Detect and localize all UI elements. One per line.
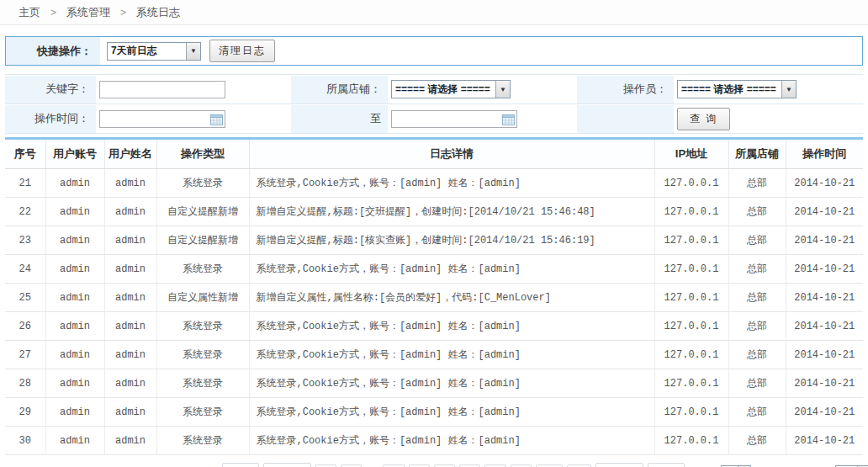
table-cell: 总部 <box>728 369 786 398</box>
pagination-page[interactable]: 1 <box>315 464 336 467</box>
pagination-page[interactable]: 2 <box>341 464 362 467</box>
table-cell: 2014-10-21 <box>786 169 863 198</box>
table-row: 25adminadmin自定义属性新增新增自定义属性,属性名称:[会员的爱好]，… <box>5 284 863 312</box>
breadcrumb-home[interactable]: 主页 <box>19 5 40 20</box>
shop-select[interactable]: ===== 请选择 ===== ▼ <box>391 80 511 98</box>
pagination-first[interactable]: 首页 <box>222 463 259 467</box>
breadcrumb-separator: > <box>120 7 126 19</box>
table-cell: 2014-10-21 <box>786 427 863 455</box>
table-cell: admin <box>104 198 156 226</box>
filter-spacer-cell <box>577 105 674 133</box>
search-button[interactable]: 查 询 <box>677 108 730 130</box>
table-row: 24adminadmin系统登录系统登录,Cookie方式，账号：[admin]… <box>5 255 863 284</box>
table-cell: admin <box>45 284 104 312</box>
table-cell: 系统登录,Cookie方式，账号：[admin] 姓名：[admin] <box>249 341 654 369</box>
table-cell: admin <box>45 369 104 398</box>
table-cell: 127.0.0.1 <box>654 398 728 427</box>
table-row: 22adminadmin自定义提醒新增新增自定义提醒,标题:[交班提醒]，创建时… <box>5 198 863 226</box>
log-age-select[interactable]: 7天前日志 ▼ <box>107 42 201 61</box>
table-cell: 127.0.0.1 <box>654 312 728 341</box>
table-cell: 总部 <box>728 198 786 226</box>
calendar-icon[interactable] <box>502 114 515 125</box>
column-header-op-type: 操作类型 <box>156 139 249 169</box>
table-cell: 127.0.0.1 <box>654 198 728 226</box>
operator-select[interactable]: ===== 请选择 ===== ▼ <box>677 80 797 98</box>
pagination-page[interactable]: 9 <box>511 464 532 467</box>
table-cell: admin <box>104 255 156 284</box>
filter-row-2: 操作时间： 至 <box>5 104 863 134</box>
shop-label: 所属店铺： <box>291 76 388 103</box>
pagination-page[interactable]: 10 <box>536 464 563 467</box>
table-cell: 系统登录 <box>156 169 249 198</box>
calendar-icon[interactable] <box>210 114 223 125</box>
breadcrumb-system-management[interactable]: 系统管理 <box>66 5 110 20</box>
column-header-detail: 日志详情 <box>249 139 654 169</box>
table-cell: 30 <box>5 427 45 455</box>
log-table-body: 21adminadmin系统登录系统登录,Cookie方式，账号：[admin]… <box>5 169 863 455</box>
pagination-page[interactable]: 5 <box>409 464 430 467</box>
operator-label: 操作员： <box>577 76 674 103</box>
table-cell: 2014-10-21 <box>786 226 863 255</box>
table-cell: 127.0.0.1 <box>654 169 728 198</box>
table-cell: 24 <box>5 255 45 284</box>
keyword-input[interactable] <box>99 81 225 98</box>
pagination-page[interactable]: 7 <box>459 464 480 467</box>
log-table: 序号 用户账号 用户姓名 操作类型 日志详情 IP地址 所属店铺 操作时间 21… <box>5 137 863 455</box>
chevron-down-icon: ▼ <box>495 81 510 98</box>
filter-panel: 关键字： 所属店铺： ===== 请选择 ===== ▼ 操作员： ===== … <box>5 74 863 134</box>
clean-logs-button[interactable]: 清理日志 <box>209 40 275 62</box>
table-cell: admin <box>45 226 104 255</box>
table-cell: 总部 <box>728 169 786 198</box>
breadcrumb-current-page: 系统日志 <box>136 5 180 20</box>
table-cell: 总部 <box>728 312 786 341</box>
pagination-page[interactable]: 8 <box>484 464 505 467</box>
column-header-shop: 所属店铺 <box>728 139 786 169</box>
pagination-page[interactable]: 4 <box>383 464 404 467</box>
column-header-time: 操作时间 <box>786 139 863 169</box>
operator-select-value: ===== 请选择 ===== <box>678 82 781 97</box>
table-cell: admin <box>45 198 104 226</box>
table-cell: 2014-10-21 <box>786 284 863 312</box>
table-cell: admin <box>45 398 104 427</box>
breadcrumb-separator: > <box>50 7 56 19</box>
table-cell: 新增自定义属性,属性名称:[会员的爱好]，代码:[C_MenLover] <box>249 284 654 312</box>
pagination-ellipsis[interactable]: ... <box>567 464 591 467</box>
table-cell: admin <box>104 169 156 198</box>
table-cell: 2014-10-21 <box>786 312 863 341</box>
table-cell: 系统登录 <box>156 312 249 341</box>
time-from-input[interactable] <box>99 110 225 128</box>
table-cell: 2014-10-21 <box>786 255 863 284</box>
table-row: 26adminadmin系统登录系统登录,Cookie方式，账号：[admin]… <box>5 312 863 341</box>
table-row: 27adminadmin系统登录系统登录,Cookie方式，账号：[admin]… <box>5 341 863 369</box>
pagination-next[interactable]: 下一页 <box>595 463 643 467</box>
table-cell: 总部 <box>728 226 786 255</box>
pagination-controls: 首页 上一页 12345678910... 下一页 尾页 <box>222 463 685 467</box>
chevron-down-icon: ▼ <box>186 43 200 60</box>
pagination-prev[interactable]: 上一页 <box>263 463 311 467</box>
table-cell: 自定义属性新增 <box>156 284 249 312</box>
table-cell: 21 <box>5 169 45 198</box>
table-row: 21adminadmin系统登录系统登录,Cookie方式，账号：[admin]… <box>5 169 863 198</box>
table-cell: 26 <box>5 312 45 341</box>
table-cell: 27 <box>5 341 45 369</box>
table-cell: admin <box>45 312 104 341</box>
table-cell: 新增自定义提醒,标题:[核实查账]，创建时间:[2014/10/21 15:46… <box>249 226 654 255</box>
breadcrumb: 主页 > 系统管理 > 系统日志 <box>0 0 868 25</box>
table-cell: admin <box>45 427 104 455</box>
table-cell: 127.0.0.1 <box>654 284 728 312</box>
table-cell: 127.0.0.1 <box>654 341 728 369</box>
table-cell: 总部 <box>728 255 786 284</box>
pagination-page[interactable]: 6 <box>434 464 455 467</box>
table-cell: 系统登录,Cookie方式，账号：[admin] 姓名：[admin] <box>249 169 654 198</box>
pagination-last[interactable]: 尾页 <box>648 463 685 467</box>
table-cell: 系统登录 <box>156 398 249 427</box>
table-cell: admin <box>45 255 104 284</box>
table-header-row: 序号 用户账号 用户姓名 操作类型 日志详情 IP地址 所属店铺 操作时间 <box>5 139 863 169</box>
chevron-down-icon: ▼ <box>781 81 796 98</box>
table-cell: 系统登录 <box>156 427 249 455</box>
table-cell: 自定义提醒新增 <box>156 198 249 226</box>
table-cell: 23 <box>5 226 45 255</box>
time-label: 操作时间： <box>5 105 96 133</box>
time-to-input[interactable] <box>391 110 517 128</box>
table-cell: admin <box>104 284 156 312</box>
